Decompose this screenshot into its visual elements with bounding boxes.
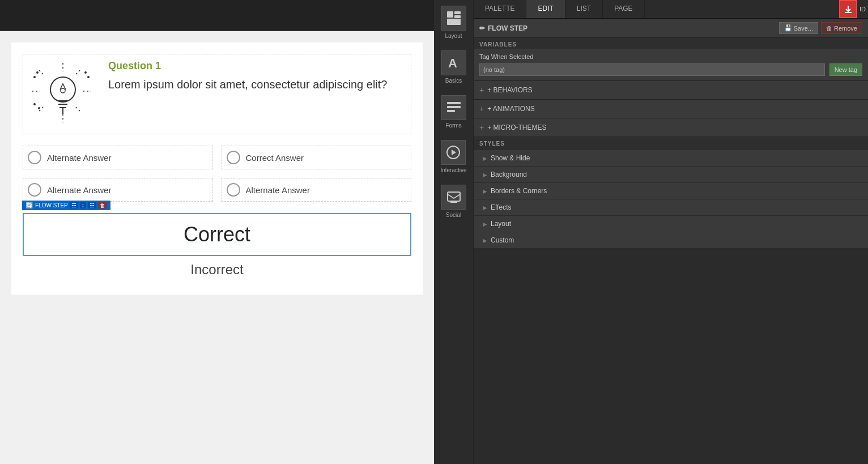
answer-option-3: Alternate Answer [23,178,213,202]
micro-themes-expand-icon: + [479,123,484,132]
animations-header[interactable]: + + ANIMATIONS [474,100,868,118]
layout-icon [446,10,462,26]
tab-page[interactable]: PAGE [603,0,644,18]
flow-step-wrapper: 🔄 FLOW STEP ☶ ↕ ☷ 🗑 Correct [23,213,411,256]
sidebar-item-basics[interactable]: A Basics [441,50,466,84]
sidebar-item-interactive[interactable]: Interactive [440,140,466,173]
svg-rect-25 [447,102,461,104]
copy-icon[interactable]: ☶ [70,202,78,208]
question-section: Question 1 Lorem ipsum dolor sit amet, c… [23,54,411,134]
answer-option-1: Alternate Answer [23,146,213,169]
styles-section-label: STYLES [474,137,868,150]
tag-select[interactable]: (no tag) [479,63,825,76]
behaviors-label: + BEHAVIORS [487,86,532,94]
new-tag-button[interactable]: New tag [829,63,862,76]
custom-label: Custom [491,236,514,244]
flow-step-indicator[interactable]: 🔄 FLOW STEP ☶ ↕ ☷ 🗑 [22,201,110,210]
radio-circle-1 [28,151,41,164]
lightbulb-icon [29,60,97,128]
layout-label: Layout [445,33,462,39]
grid-icon[interactable]: ☷ [88,202,96,208]
interactive-icon-box[interactable] [441,140,466,165]
forms-icon [446,100,462,116]
forms-label: Forms [445,122,461,129]
svg-rect-20 [447,11,453,18]
variables-section-label: VARIABLES [474,38,868,49]
answer-option-4: Alternate Answer [222,178,412,202]
style-row-custom[interactable]: ▶ Custom [474,232,868,249]
svg-line-5 [74,70,80,76]
correct-box: Correct [23,213,411,256]
radio-circle-2 [227,151,240,164]
sidebar-left-icons: Layout A Basics Forms [434,0,474,464]
save-icon: 💾 [784,24,792,32]
answer-grid: Alternate Answer Correct Answer Alternat… [23,146,411,202]
top-tabs: PALETTE EDIT LIST PAGE ID [474,0,868,19]
effects-label: Effects [491,203,511,211]
tab-palette[interactable]: PALETTE [474,0,526,18]
behaviors-expand-icon: + [479,86,484,95]
right-panel: Layout A Basics Forms [434,0,868,464]
basics-icon-box[interactable]: A [441,50,466,75]
canvas-top-bar [0,0,434,31]
basics-icon: A [446,55,462,71]
answer-label-2: Correct Answer [246,153,304,163]
behaviors-header[interactable]: + + BEHAVIORS [474,81,868,99]
layout-arrow-icon: ▶ [483,221,487,227]
resize-icon[interactable]: ↕ [80,202,86,208]
layout-icon-box[interactable] [441,6,466,31]
variables-section: Tag When Selected (no tag) New tag [474,49,868,81]
tab-list[interactable]: LIST [565,0,603,18]
remove-button[interactable]: 🗑 Remove [821,22,862,34]
svg-point-10 [87,76,90,78]
svg-point-13 [38,107,40,109]
svg-rect-22 [454,15,461,18]
style-row-borders[interactable]: ▶ Borders & Corners [474,183,868,199]
question-body: Lorem ipsum dolor sit amet, consectetur … [108,76,387,92]
question-number: Question 1 [108,60,387,72]
custom-arrow-icon: ▶ [483,237,487,244]
micro-themes-label: + MICRO-THEMES [487,124,546,131]
svg-point-18 [61,88,65,93]
social-icon [446,189,462,205]
behaviors-section: + + BEHAVIORS [474,81,868,100]
svg-marker-29 [452,150,456,155]
svg-point-9 [36,71,39,74]
answer-label-1: Alternate Answer [47,153,111,163]
svg-point-11 [84,71,87,74]
svg-rect-27 [447,110,455,112]
interactive-icon [445,144,461,160]
style-row-background[interactable]: ▶ Background [474,167,868,183]
save-button[interactable]: 💾 Save... [779,22,818,34]
tab-edit[interactable]: EDIT [526,0,565,18]
social-label: Social [446,212,461,218]
svg-text:A: A [448,56,457,70]
sidebar-item-forms[interactable]: Forms [441,95,466,129]
forms-icon-box[interactable] [441,95,466,120]
micro-themes-header[interactable]: + + MICRO-THEMES [474,118,868,137]
tag-when-selected-label: Tag When Selected [479,53,862,60]
style-row-effects[interactable]: ▶ Effects [474,199,868,216]
animations-section: + + ANIMATIONS [474,100,868,118]
social-icon-box[interactable] [441,185,466,210]
borders-label: Borders & Corners [491,187,547,195]
trash-icon: 🗑 [826,25,832,32]
canvas-content: Question 1 Lorem ipsum dolor sit amet, c… [0,31,434,464]
borders-arrow-icon: ▶ [483,188,487,194]
show-hide-label: Show & Hide [491,154,530,162]
sidebar-item-layout[interactable]: Layout [441,6,466,39]
question-text: Question 1 Lorem ipsum dolor sit amet, c… [108,60,387,92]
delete-icon[interactable]: 🗑 [98,202,107,208]
micro-themes-section: + + MICRO-THEMES [474,118,868,137]
canvas-area: Question 1 Lorem ipsum dolor sit amet, c… [0,0,434,464]
interactive-label: Interactive [440,167,466,173]
download-button[interactable] [839,0,857,18]
style-row-layout[interactable]: ▶ Layout [474,216,868,232]
svg-rect-26 [447,106,461,108]
panel-title: ✏ FLOW STEP [479,24,527,32]
svg-rect-21 [454,11,461,14]
style-row-show-hide[interactable]: ▶ Show & Hide [474,150,868,167]
sidebar-item-social[interactable]: Social [441,185,466,218]
svg-point-12 [33,103,36,105]
svg-line-7 [74,105,80,111]
